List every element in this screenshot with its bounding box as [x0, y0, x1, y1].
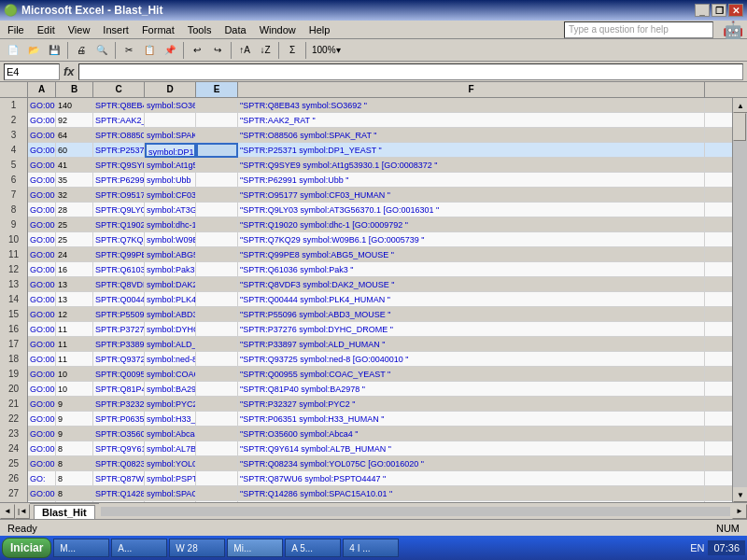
cell-sptr[interactable]: SPTR:Q14286 — [93, 486, 145, 501]
cell-symbol[interactable]: symbol:PYC2 — [145, 397, 196, 412]
cell-go-id[interactable]: GO:0004713 — [28, 262, 56, 277]
undo-button[interactable]: ↩ — [188, 42, 206, 59]
sort-asc-button[interactable]: ↑A — [235, 42, 254, 59]
cell-symbol[interactable]: symbol:PLK4_HUMAN — [145, 292, 196, 307]
minimize-button[interactable]: _ — [695, 4, 710, 17]
cell-count[interactable]: 16 — [56, 262, 93, 277]
formula-input[interactable] — [78, 63, 743, 80]
close-button[interactable]: ✕ — [728, 4, 743, 17]
col-header-b[interactable]: B — [56, 82, 93, 97]
cell-go-id[interactable]: GO: — [28, 471, 56, 486]
cell-data[interactable]: "SPTR:Q87WU6 symbol:PSPTO4447 " — [238, 471, 705, 486]
menu-file[interactable]: File — [2, 23, 30, 36]
cell-data[interactable]: "SPTR:AAK2_RAT " — [238, 113, 705, 128]
cell-data[interactable]: "SPTR:P25371 symbol:DP1_YEAST " — [238, 143, 705, 158]
cell-e[interactable] — [196, 307, 238, 322]
hscroll-track[interactable] — [101, 507, 730, 516]
cell-symbol[interactable]: symbol:dhc-1 — [145, 217, 196, 232]
cell-e[interactable] — [196, 262, 238, 277]
cell-e[interactable] — [196, 232, 238, 247]
cell-e[interactable] — [196, 98, 238, 113]
cell-e[interactable] — [196, 352, 238, 367]
cell-count[interactable]: 9 — [56, 412, 93, 427]
cell-go-id[interactable]: GO:0005215 — [28, 337, 56, 352]
col-header-a[interactable]: A — [28, 82, 56, 97]
cell-count[interactable]: 60 — [56, 143, 93, 158]
preview-button[interactable]: 🔍 — [92, 42, 111, 59]
cell-data[interactable]: "SPTR:Q99PE8 symbol:ABG5_MOUSE " — [238, 247, 705, 262]
cell-data[interactable]: "SPTR:O35600 symbol:Abca4 " — [238, 427, 705, 441]
cell-data[interactable]: "SPTR:Q61036 symbol:Pak3 " — [238, 262, 705, 277]
cell-data[interactable]: "SPTR:Q8EB43 symbol:SO3692 " — [238, 98, 705, 113]
cell-data[interactable]: "SPTR:Q00955 symbol:COAC_YEAST " — [238, 367, 705, 382]
cell-count[interactable]: 11 — [56, 337, 93, 352]
paste-button[interactable]: 📌 — [161, 42, 179, 59]
cell-data[interactable]: "SPTR:P62991 symbol:Ubb " — [238, 173, 705, 188]
cell-go-id[interactable]: GO:0004685 — [28, 277, 56, 292]
cell-symbol[interactable]: symbol:H33_HUMAN — [145, 412, 196, 427]
cell-symbol[interactable]: symbol:SO3692 — [145, 98, 196, 113]
cell-go-id[interactable]: GO:0005887 — [28, 427, 56, 441]
name-box[interactable]: E4 — [4, 63, 60, 80]
col-header-d[interactable]: D — [145, 82, 196, 97]
cell-data[interactable]: "SPTR:O95177 symbol:CF03_HUMAN " — [238, 188, 705, 203]
cell-go-id[interactable]: GO:0005615 — [28, 307, 56, 322]
cell-e[interactable] — [196, 397, 238, 412]
taskbar-item-1[interactable]: M... — [53, 539, 109, 557]
cell-e[interactable] — [196, 128, 238, 143]
cell-e[interactable] — [196, 113, 238, 128]
cell-symbol[interactable]: symbol:AL7B_HUMAN — [145, 441, 196, 456]
col-header-f[interactable]: F — [238, 82, 705, 97]
cell-e[interactable] — [196, 486, 238, 501]
cell-sptr[interactable]: SPTR:Q8EB43 — [93, 98, 145, 113]
cell-symbol[interactable]: symbol:Pak3 — [145, 262, 196, 277]
cell-count[interactable]: 24 — [56, 247, 93, 262]
cell-count[interactable]: 8 — [56, 486, 93, 501]
copy-button[interactable]: 📋 — [140, 42, 159, 59]
cell-e[interactable] — [196, 292, 238, 307]
cell-count[interactable]: 35 — [56, 173, 93, 188]
cell-data[interactable]: "SPTR:Q9SYE9 symbol:At1g53930.1 [GO:0008… — [238, 158, 705, 173]
cell-sptr[interactable]: SPTR:Q9SYE9 — [93, 158, 145, 173]
cell-sptr[interactable]: SPTR:Q00955 — [93, 367, 145, 382]
cell-data[interactable]: "SPTR:P06351 symbol:H33_HUMAN " — [238, 412, 705, 427]
menu-view[interactable]: View — [63, 23, 96, 36]
cell-go-id[interactable]: GO:0005743 — [28, 486, 56, 501]
cell-sptr[interactable]: SPTR:Q9LY03 — [93, 203, 145, 217]
cell-symbol[interactable]: symbol:DAK2_MOUSE — [145, 277, 196, 292]
cell-sptr[interactable]: SPTR:Q61036 — [93, 262, 145, 277]
cell-go-id[interactable]: GO:0003777 — [28, 322, 56, 337]
menu-format[interactable]: Format — [136, 23, 180, 36]
cell-e[interactable] — [196, 412, 238, 427]
cell-go-id[interactable]: GO:0005737 — [28, 143, 56, 158]
cell-go-id[interactable]: GO:0008372 — [28, 158, 56, 173]
cell-sptr[interactable]: SPTR:Q00444 — [93, 292, 145, 307]
start-button[interactable]: Iniciar — [2, 538, 51, 558]
cell-symbol[interactable]: symbol:Abca4 — [145, 427, 196, 441]
cell-go-id[interactable]: GO:0000074 — [28, 292, 56, 307]
cell-e[interactable] — [196, 173, 238, 188]
cell-count[interactable]: 12 — [56, 307, 93, 322]
cell-e[interactable] — [196, 158, 238, 173]
hscroll-right-button[interactable]: ► — [732, 504, 747, 519]
cell-symbol[interactable]: symbol:AT3G56370.1 — [145, 203, 196, 217]
cell-symbol[interactable]: symbol:CF03_HUMAN — [145, 188, 196, 203]
cell-e[interactable] — [196, 203, 238, 217]
menu-data[interactable]: Data — [218, 23, 251, 36]
help-search-box[interactable]: Type a question for help — [564, 21, 713, 38]
cell-count[interactable]: 25 — [56, 232, 93, 247]
cell-e[interactable] — [196, 143, 238, 158]
print-button[interactable]: 🖨 — [72, 42, 91, 59]
cell-count[interactable]: 10 — [56, 367, 93, 382]
cell-data[interactable]: "SPTR:P55096 symbol:ABD3_MOUSE " — [238, 307, 705, 322]
cell-data[interactable]: "SPTR:Q8VDF3 symbol:DAK2_MOUSE " — [238, 277, 705, 292]
cell-sptr[interactable]: SPTR:P06351 — [93, 412, 145, 427]
save-button[interactable]: 💾 — [45, 42, 63, 59]
taskbar-item-5[interactable]: A 5... — [285, 539, 341, 557]
cell-go-id[interactable]: GO:0004672 — [28, 113, 56, 128]
cell-go-id[interactable]: GO:0005634 — [28, 173, 56, 188]
menu-edit[interactable]: Edit — [32, 23, 61, 36]
cell-data[interactable]: "SPTR:Q9Y614 symbol:AL7B_HUMAN " — [238, 441, 705, 456]
cell-go-id[interactable]: GO:0005524 — [28, 382, 56, 397]
cell-symbol[interactable]: symbol:SPAC15A10.01 — [145, 486, 196, 501]
